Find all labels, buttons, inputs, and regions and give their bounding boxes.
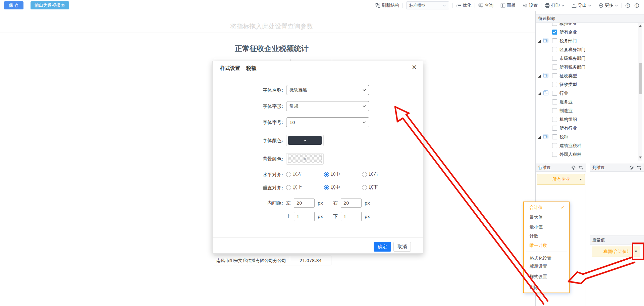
- tree-item-税务部门[interactable]: 税务部门: [536, 37, 636, 45]
- checkbox[interactable]: [552, 73, 557, 78]
- menu-item-删除[interactable]: 删除: [524, 283, 569, 292]
- tree-item-label: 所有企业: [559, 29, 577, 35]
- cancel-button[interactable]: 取消: [393, 242, 411, 252]
- scroll-up-icon[interactable]: [639, 25, 642, 27]
- padding-unit-label: px: [365, 201, 370, 206]
- menu-item-最小值[interactable]: 最小值: [524, 223, 569, 231]
- tree-expander-icon[interactable]: [538, 92, 541, 95]
- tree-expander-icon[interactable]: [538, 75, 541, 78]
- scroll-down-icon[interactable]: [639, 157, 642, 159]
- checkbox[interactable]: [552, 134, 557, 139]
- radio[interactable]: [286, 172, 291, 177]
- menu-item-label: 删除: [530, 285, 538, 290]
- toolbar-item-刷新结构[interactable]: 刷新结构: [375, 2, 399, 8]
- checkbox[interactable]: [552, 82, 557, 87]
- menu-item-样式设置[interactable]: 样式设置: [524, 273, 569, 281]
- toolbar-item-help-icon[interactable]: ?: [625, 3, 630, 8]
- checkbox[interactable]: [552, 99, 557, 104]
- radio-selected[interactable]: [324, 172, 329, 177]
- valign-option-居下[interactable]: 居下: [362, 184, 400, 190]
- toolbar-item-优化[interactable]: 优化: [456, 2, 471, 8]
- caret-down-icon[interactable]: [579, 179, 582, 180]
- halign-option-居中[interactable]: 居中: [324, 171, 362, 177]
- halign-option-居左[interactable]: 居左: [286, 171, 324, 177]
- toolbar-item-面板[interactable]: 面板: [500, 2, 516, 8]
- checkbox[interactable]: [552, 38, 557, 43]
- toolbar-item-更多[interactable]: 更多: [598, 2, 618, 8]
- tree-item-所有企业[interactable]: 所有企业: [536, 29, 636, 36]
- checkbox[interactable]: [552, 23, 557, 26]
- checkbox[interactable]: [552, 143, 557, 148]
- menu-item-唯一计数[interactable]: 唯一计数: [524, 242, 569, 250]
- padding-input-右[interactable]: [341, 199, 362, 208]
- menu-item-label: 最小值: [530, 224, 543, 229]
- row-dimension-pill[interactable]: 所有企业: [537, 174, 585, 185]
- model-select[interactable]: 标准模型: [406, 1, 449, 9]
- transfer-icon[interactable]: [578, 165, 583, 170]
- scrollbar-thumb[interactable]: [639, 63, 642, 94]
- padding-input-下[interactable]: [341, 212, 362, 221]
- menu-item-格式化设置[interactable]: 格式化设置: [524, 254, 569, 262]
- checkbox[interactable]: [552, 64, 557, 70]
- tree-item-外国人税种[interactable]: 外国人税种: [536, 151, 636, 158]
- tree-item-建筑业税种[interactable]: 建筑业税种: [536, 142, 636, 149]
- output-pivot-button[interactable]: 输出为透视报表: [31, 1, 69, 9]
- menu-item-标题设置[interactable]: 标题设置: [524, 262, 569, 270]
- bg-color-picker[interactable]: ×: [286, 153, 324, 165]
- menu-item-合计值[interactable]: 合计值✓: [524, 204, 569, 212]
- checkbox[interactable]: [552, 108, 557, 113]
- tree-expander-icon[interactable]: [538, 136, 541, 139]
- font-size-select[interactable]: 10: [286, 117, 369, 127]
- radio-selected[interactable]: [324, 185, 329, 190]
- font-name-select[interactable]: 微软雅黑: [286, 85, 369, 95]
- tree-item-所有行业[interactable]: 所有行业: [536, 125, 636, 132]
- col-dimension-well[interactable]: [590, 172, 644, 236]
- tree-item-模拟企业[interactable]: 模拟企业: [536, 23, 636, 27]
- radio[interactable]: [362, 185, 367, 190]
- toolbar-item-打印[interactable]: 打印: [545, 2, 565, 8]
- valign-option-居上[interactable]: 居上: [286, 184, 324, 190]
- toolbar-item-info-icon[interactable]: i: [634, 3, 639, 8]
- gear-icon[interactable]: [629, 165, 634, 170]
- caret-down-icon[interactable]: [635, 251, 637, 252]
- tree-item-市级税务部门[interactable]: 市级税务部门: [536, 55, 636, 62]
- radio[interactable]: [286, 185, 291, 190]
- ok-button[interactable]: 确定: [374, 242, 391, 252]
- tree-expander-icon[interactable]: [538, 40, 541, 43]
- tree-item-区县税务部门[interactable]: 区县税务部门: [536, 46, 636, 53]
- checkbox[interactable]: [552, 47, 557, 52]
- tree-item-征收类型[interactable]: 征收类型: [536, 72, 636, 80]
- row-dimension-header-icons: [571, 165, 583, 170]
- halign-option-居右[interactable]: 居右: [362, 171, 400, 177]
- gear-icon[interactable]: [571, 165, 576, 170]
- padding-input-左[interactable]: [294, 199, 315, 208]
- menu-item-计数[interactable]: 计数: [524, 232, 569, 240]
- menu-item-最大值[interactable]: 最大值: [524, 213, 569, 221]
- valign-option-居中[interactable]: 居中: [324, 184, 362, 190]
- checkbox[interactable]: [552, 56, 557, 61]
- checkbox[interactable]: [552, 152, 557, 157]
- tree-item-制造业[interactable]: 制造业: [536, 107, 636, 115]
- tree-item-征收类型[interactable]: 征收类型: [536, 81, 636, 88]
- toolbar-item-查询[interactable]: 查询: [478, 2, 493, 8]
- font-color-picker[interactable]: [286, 135, 324, 146]
- checkbox[interactable]: [552, 91, 557, 96]
- radio[interactable]: [362, 172, 367, 177]
- tree-item-机构组织[interactable]: 机构组织: [536, 116, 636, 123]
- padding-input-上[interactable]: [294, 212, 315, 221]
- toolbar-item-导出[interactable]: 导出: [572, 2, 591, 8]
- checkbox-checked[interactable]: [552, 30, 557, 35]
- save-button[interactable]: 保 存: [4, 1, 23, 9]
- measure-pill[interactable]: 税额(合计值): [592, 246, 640, 257]
- tree-item-税种[interactable]: 税种: [536, 133, 636, 141]
- tree-item-行业[interactable]: 行业: [536, 90, 636, 97]
- font-style-select[interactable]: 常规: [286, 101, 369, 111]
- toolbar-item-设置[interactable]: 设置: [523, 2, 538, 8]
- checkbox[interactable]: [552, 126, 557, 131]
- tree-item-所有税务部门[interactable]: 所有税务部门: [536, 63, 636, 71]
- tree-item-服务业[interactable]: 服务业: [536, 98, 636, 106]
- checkbox[interactable]: [552, 117, 557, 122]
- tree-scrollbar[interactable]: [638, 23, 642, 161]
- close-icon[interactable]: ×: [412, 64, 417, 70]
- transfer-icon[interactable]: [637, 165, 642, 170]
